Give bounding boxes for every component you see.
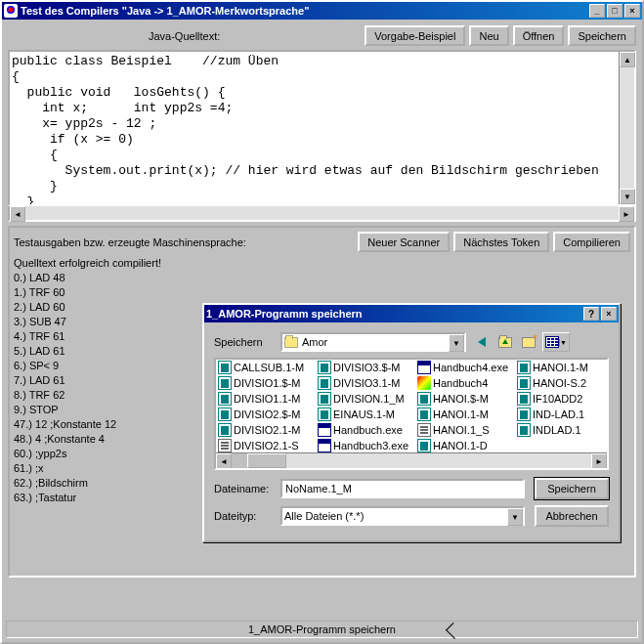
filename-label: Dateiname:	[214, 483, 280, 494]
file-item[interactable]: DIVISIO1.$-M	[216, 375, 316, 391]
file-label: DIVISIO1.1-M	[234, 393, 300, 405]
file-label: EINAUS.1-M	[333, 408, 395, 420]
file-label: HANOI-S.2	[533, 377, 586, 389]
file-icon	[218, 392, 232, 406]
token-button[interactable]: Nächstes Token	[453, 232, 549, 252]
file-icon	[318, 439, 331, 452]
file-label: CALLSUB.1-M	[234, 362, 304, 373]
file-item[interactable]: HANOI-S.2	[515, 375, 609, 391]
output-label: Testausgaben bzw. erzeugte Maschinenspra…	[14, 236, 354, 248]
file-item[interactable]: Handbuch4	[415, 375, 515, 391]
filetype-value: Alle Dateien (*.*)	[284, 510, 364, 522]
filetype-label: Dateityp:	[214, 510, 280, 522]
file-item[interactable]: DIVISION.1_M	[316, 391, 415, 407]
file-label: IF10ADD2	[533, 393, 582, 405]
dropdown-icon[interactable]: ▼	[449, 334, 464, 352]
close-button[interactable]: ×	[624, 4, 640, 18]
file-icon	[417, 408, 431, 421]
file-label: Handbuch3.exe	[333, 440, 408, 451]
folder-combo[interactable]: Amor ▼	[280, 332, 466, 352]
status-text: 1_AMOR-Programm speichern	[248, 623, 396, 635]
file-label: IND-LAD.1	[533, 408, 584, 420]
file-label: DIVISIO2.1-M	[234, 424, 300, 436]
new-button[interactable]: Neu	[469, 25, 508, 46]
file-icon	[318, 408, 331, 421]
file-list[interactable]: CALLSUB.1-MDIVISIO1.$-MDIVISIO1.1-MDIVIS…	[214, 358, 609, 470]
file-label: DIVISIO2.1-S	[234, 440, 299, 451]
new-folder-button[interactable]	[519, 332, 538, 352]
file-item[interactable]: Handbuch4.exe	[415, 360, 515, 375]
help-button[interactable]: ?	[583, 307, 599, 321]
filename-input[interactable]	[280, 479, 525, 498]
scroll-right-button[interactable]: ►	[619, 206, 634, 222]
hscroll-track[interactable]	[25, 206, 619, 220]
up-folder-button[interactable]	[495, 332, 515, 352]
file-scroll-thumb[interactable]	[247, 453, 286, 468]
file-item[interactable]: DIVISIO2.1-S	[216, 438, 316, 453]
file-label: Handbuch4	[433, 377, 488, 389]
file-hscrollbar[interactable]: ◄ ►	[216, 452, 607, 468]
minimize-button[interactable]: _	[589, 4, 605, 18]
file-icon	[318, 376, 331, 390]
back-button[interactable]	[472, 332, 492, 352]
file-item[interactable]: Handbuch.exe	[316, 422, 415, 438]
file-icon	[417, 439, 431, 452]
file-label: HANOI.$-M	[433, 393, 489, 405]
file-icon	[517, 423, 531, 437]
file-item[interactable]: HANOI.1_S	[415, 422, 515, 438]
vscrollbar[interactable]: ▲ ▼	[619, 52, 634, 204]
titlebar: Test des Compilers "Java -> 1_AMOR-Merkw…	[2, 2, 642, 20]
compile-button[interactable]: Compilieren	[553, 232, 630, 252]
file-label: INDLAD.1	[533, 424, 581, 436]
dialog-cancel-button[interactable]: Abbrechen	[535, 505, 609, 527]
file-icon	[417, 361, 431, 374]
file-icon	[517, 408, 531, 421]
file-label: HANOI.1_S	[433, 424, 489, 436]
file-item[interactable]: DIVISIO1.1-M	[216, 391, 316, 407]
save-in-label: Speichern	[214, 336, 280, 348]
file-label: HANOI.1-D	[433, 440, 488, 451]
scroll-down-button[interactable]: ▼	[620, 189, 635, 204]
file-item[interactable]: DIVISIO3.1-M	[316, 375, 415, 391]
save-button[interactable]: Speichern	[568, 25, 636, 46]
file-label: DIVISIO3.1-M	[333, 377, 400, 389]
file-item[interactable]: DIVISIO2.1-M	[216, 422, 316, 438]
file-item[interactable]: IND-LAD.1	[515, 407, 609, 422]
hscrollbar[interactable]: ◄ ►	[8, 206, 636, 222]
file-item[interactable]: HANOI.1-D	[415, 438, 515, 453]
file-item[interactable]: Handbuch3.exe	[316, 438, 415, 453]
file-item[interactable]: HANOI.1-M	[515, 360, 609, 375]
scroll-track[interactable]	[620, 67, 634, 189]
file-item[interactable]: EINAUS.1-M	[316, 407, 415, 422]
file-label: HANOI.1-M	[433, 408, 489, 420]
file-item[interactable]: HANOI.1-M	[415, 407, 515, 422]
file-item[interactable]: HANOI.$-M	[415, 391, 515, 407]
scroll-up-button[interactable]: ▲	[620, 52, 635, 67]
file-label: DIVISION.1_M	[333, 393, 405, 405]
view-button[interactable]: ▼	[542, 332, 570, 352]
source-editor[interactable]: public class Beispiel //zum Üben { publi…	[8, 50, 636, 206]
file-scroll-left[interactable]: ◄	[216, 453, 232, 469]
file-icon	[218, 439, 232, 452]
file-item[interactable]: DIVISIO3.$-M	[316, 360, 415, 375]
dialog-close-button[interactable]: ×	[601, 307, 617, 321]
template-button[interactable]: Vorgabe-Beispiel	[365, 25, 465, 46]
scroll-left-button[interactable]: ◄	[10, 206, 25, 222]
scanner-button[interactable]: Neuer Scanner	[358, 232, 450, 252]
file-item[interactable]: CALLSUB.1-M	[216, 360, 316, 375]
file-item[interactable]: IF10ADD2	[515, 391, 609, 407]
dialog-save-button[interactable]: Speichern	[535, 478, 609, 499]
filetype-combo[interactable]: Alle Dateien (*.*) ▼	[280, 506, 525, 526]
file-icon	[218, 361, 232, 374]
file-label: Handbuch4.exe	[433, 362, 508, 373]
file-item[interactable]: DIVISIO2.$-M	[216, 407, 316, 422]
file-item[interactable]: INDLAD.1	[515, 422, 609, 438]
maximize-button[interactable]: □	[607, 4, 623, 18]
source-code[interactable]: public class Beispiel //zum Üben { publi…	[10, 52, 619, 204]
file-icon	[517, 376, 531, 390]
open-button[interactable]: Öffnen	[513, 25, 565, 46]
dialog-title: 1_AMOR-Programm speichern	[206, 308, 583, 320]
file-scroll-right[interactable]: ►	[591, 453, 607, 469]
file-icon	[417, 423, 431, 437]
filetype-dropdown-icon[interactable]: ▼	[507, 508, 523, 526]
